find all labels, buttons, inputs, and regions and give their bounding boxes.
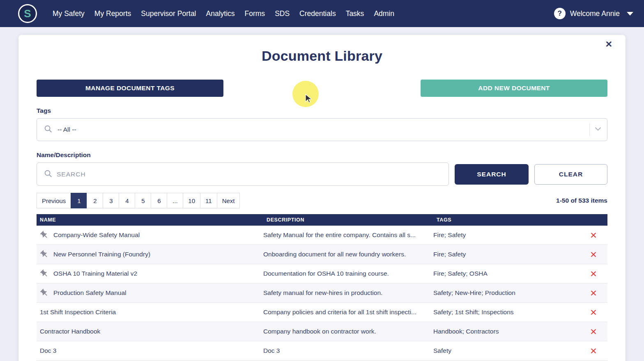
actions-row: MANAGE DOCUMENT TAGS ADD NEW DOCUMENT [37,80,607,97]
document-description: Documentation for OSHA 10 training cours… [263,270,433,277]
add-new-document-button[interactable]: ADD NEW DOCUMENT [421,80,607,97]
pagination: Previous 123456...1011Next [37,193,240,208]
document-description: Safety manual for new-hires in productio… [263,289,433,297]
delete-icon[interactable]: ✕ [590,327,597,336]
tags-select[interactable]: -- All -- [37,118,607,141]
table-row[interactable]: Contractor Handbook Company handbook on … [37,322,607,341]
table-header: NAME DESCRIPTION TAGS [37,214,607,226]
document-library-panel: ✕ Document Library MANAGE DOCUMENT TAGS … [18,35,626,361]
pagination-page[interactable]: 2 [87,193,103,208]
document-name: 1st Shift Inspection Criteria [40,308,116,316]
document-name: Contractor Handbook [40,328,100,335]
help-icon[interactable]: ? [554,8,566,19]
document-name: Production Safety Manual [53,289,126,297]
pagination-page[interactable]: 10 [183,193,200,208]
name-description-label: Name/Description [37,151,607,159]
pagination-page[interactable]: 4 [119,193,135,208]
nav-item-forms[interactable]: Forms [240,9,270,18]
app-logo-letter: S [24,7,31,20]
table-row[interactable]: Doc 3 Doc 3 Safety ✕ [37,341,607,361]
welcome-label: Welcome Annie [570,9,620,18]
search-icon [44,124,53,135]
nav-item-tasks[interactable]: Tasks [341,9,369,18]
search-button[interactable]: SEARCH [455,164,529,185]
nav-items: My SafetyMy ReportsSupervisor PortalAnal… [48,9,399,18]
pin-icon [38,231,51,240]
document-description: Company handbook on contractor work. [263,328,433,335]
manage-document-tags-button[interactable]: MANAGE DOCUMENT TAGS [37,80,223,97]
pin-icon [38,269,51,278]
table-row[interactable]: Production Safety Manual Safety manual f… [37,283,607,303]
document-tags: Safety; New-Hire; Production [433,289,580,297]
nav-item-sds[interactable]: SDS [270,9,294,18]
app-logo[interactable]: S [18,4,37,23]
delete-icon[interactable]: ✕ [590,270,597,278]
nav-item-my-reports[interactable]: My Reports [90,9,136,18]
pagination-row: Previous 123456...1011Next 1-50 of 533 i… [37,193,607,208]
tags-select-value: -- All -- [58,126,76,133]
header-name: NAME [37,217,263,223]
nav-item-analytics[interactable]: Analytics [201,9,240,18]
pin-icon [38,250,51,259]
chevron-down-icon[interactable] [594,125,602,135]
document-tags: Fire; Safety [433,251,580,258]
search-input[interactable] [57,171,442,178]
pagination-previous[interactable]: Previous [37,193,71,208]
delete-icon[interactable]: ✕ [590,231,597,240]
document-table-body: Company-Wide Safety Manual Safety Manual… [37,226,607,361]
document-tags: Handbook; Contractors [433,328,580,335]
document-name: OSHA 10 Training Material v2 [53,270,137,277]
document-description: Safety Manual for the entire company. Co… [263,231,433,239]
pagination-page[interactable]: 5 [135,193,151,208]
select-divider [589,123,590,136]
header-tags: TAGS [433,217,580,223]
help-icon-glyph: ? [558,9,562,18]
clear-button[interactable]: CLEAR [534,164,607,185]
delete-icon[interactable]: ✕ [590,308,597,317]
search-box [37,162,449,186]
close-icon[interactable]: ✕ [605,40,612,48]
tags-select-controls [589,123,602,136]
pagination-page[interactable]: 3 [103,193,119,208]
table-row[interactable]: Company-Wide Safety Manual Safety Manual… [37,226,607,245]
pagination-page[interactable]: 11 [200,193,217,208]
table-row[interactable]: New Personnel Training (Foundry) Onboard… [37,245,607,264]
document-tags: Fire; Safety [433,231,580,239]
pagination-page[interactable]: 6 [151,193,167,208]
pagination-ellipsis: ... [167,193,183,208]
pagination-page[interactable]: 1 [71,193,87,208]
document-name: Doc 3 [40,347,57,354]
nav-item-supervisor-portal[interactable]: Supervisor Portal [136,9,201,18]
delete-icon[interactable]: ✕ [590,250,597,259]
table-row[interactable]: OSHA 10 Training Material v2 Documentati… [37,264,607,283]
pagination-next[interactable]: Next [217,193,240,208]
items-count-summary: 1-50 of 533 items [556,197,607,204]
pin-icon [38,288,51,297]
document-description: Doc 3 [263,347,433,354]
top-nav: S My SafetyMy ReportsSupervisor PortalAn… [0,0,644,27]
nav-item-credentials[interactable]: Credentials [294,9,341,18]
document-tags: Safety; 1st Shift; Inspections [433,308,580,316]
nav-item-my-safety[interactable]: My Safety [48,9,90,18]
document-name: Company-Wide Safety Manual [53,231,140,239]
document-tags: Safety [433,347,580,354]
document-description: Company policies and criteria for all 1s… [263,308,433,316]
chevron-down-icon[interactable] [627,12,633,16]
document-table: NAME DESCRIPTION TAGS Company-Wide Safet… [37,214,607,361]
nav-item-admin[interactable]: Admin [369,9,399,18]
page-title: Document Library [37,48,607,64]
search-row: SEARCH CLEAR [37,162,607,186]
search-icon [44,169,53,180]
header-description: DESCRIPTION [263,217,433,223]
delete-icon[interactable]: ✕ [590,289,597,297]
document-description: Onboarding document for all new foundry … [263,251,433,258]
delete-icon[interactable]: ✕ [590,347,597,355]
table-row[interactable]: 1st Shift Inspection Criteria Company po… [37,303,607,322]
tags-label: Tags [37,107,607,114]
nav-right: ? Welcome Annie [554,8,633,19]
document-name: New Personnel Training (Foundry) [53,251,150,258]
document-tags: Fire; Safety; OSHA [433,270,580,277]
